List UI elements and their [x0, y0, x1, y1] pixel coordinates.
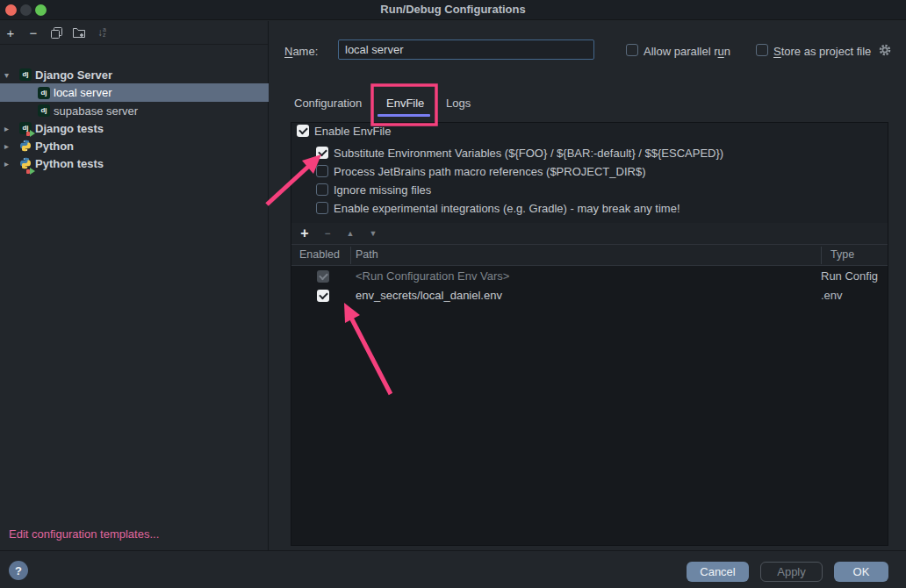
run-debug-configurations-dialog: Run/Debug Configurations + − ↓az ▾ dj Dj… — [0, 0, 906, 588]
django-tests-icon: dj — [19, 122, 32, 134]
tab-logs[interactable]: Logs — [446, 97, 471, 110]
remove-configuration-icon[interactable]: − — [25, 25, 41, 40]
edit-configuration-templates-link[interactable]: Edit configuration templates... — [9, 527, 159, 541]
active-tab-indicator — [378, 114, 430, 117]
row-enabled-checkbox[interactable] — [317, 290, 329, 302]
experimental-integrations-checkbox[interactable] — [316, 202, 328, 214]
move-up-icon[interactable]: ▲ — [342, 225, 359, 242]
add-env-file-icon[interactable]: + — [296, 225, 313, 242]
env-files-table-header: Enabled Path Type — [291, 245, 888, 266]
dialog-footer: ? Cancel Apply OK — [0, 550, 906, 588]
sidebar-toolbar: + − ↓az — [0, 21, 268, 45]
dialog-title: Run/Debug Configurations — [0, 3, 906, 16]
sort-configurations-icon[interactable]: ↓az — [94, 25, 110, 40]
python-tests-icon — [19, 157, 32, 172]
sidebar-item-python-tests[interactable]: ▸ Python tests — [0, 154, 269, 172]
name-input[interactable] — [338, 39, 594, 60]
enable-envfile-checkbox[interactable] — [297, 125, 309, 137]
sidebar-item-local-server[interactable]: dj local server — [0, 83, 269, 102]
tab-envfile[interactable]: EnvFile — [386, 97, 424, 110]
titlebar: Run/Debug Configurations — [0, 0, 906, 20]
process-path-macro-checkbox[interactable] — [316, 165, 328, 177]
ok-button[interactable]: OK — [834, 562, 888, 582]
chevron-right-icon[interactable]: ▸ — [4, 124, 15, 133]
sidebar-item-django-server[interactable]: ▾ dj Django Server — [0, 66, 269, 83]
gear-icon[interactable] — [878, 43, 892, 60]
env-files-toolbar: + − ▲ ▼ — [291, 223, 888, 245]
envfile-panel: Enable EnvFile Substitute Environment Va… — [291, 122, 888, 546]
table-row[interactable]: <Run Configuration Env Vars> Run Config — [291, 267, 888, 286]
substitute-env-vars-checkbox[interactable] — [316, 147, 328, 159]
configurations-sidebar: + − ↓az ▾ dj Django Server dj local serv… — [0, 21, 269, 550]
chevron-down-icon[interactable]: ▾ — [4, 70, 15, 80]
django-config-icon: dj — [38, 87, 50, 99]
column-header-enabled: Enabled — [299, 248, 340, 261]
sidebar-item-python[interactable]: ▸ Python — [0, 137, 269, 154]
tab-configuration[interactable]: Configuration — [294, 97, 362, 110]
allow-parallel-run-checkbox[interactable] — [626, 44, 638, 56]
django-config-icon: dj — [19, 68, 32, 81]
cancel-button[interactable]: Cancel — [687, 562, 749, 582]
sidebar-item-django-tests[interactable]: ▸ dj Django tests — [0, 119, 269, 137]
store-as-project-file-checkbox[interactable] — [756, 44, 768, 56]
sidebar-item-supabase-server[interactable]: dj supabase server — [0, 102, 269, 119]
table-row[interactable]: env_secrets/local_daniel.env .env — [291, 286, 888, 305]
column-divider[interactable] — [350, 247, 351, 264]
add-configuration-icon[interactable]: + — [3, 25, 18, 40]
column-header-path: Path — [356, 248, 378, 261]
chevron-right-icon[interactable]: ▸ — [4, 159, 15, 169]
ignore-missing-files-checkbox[interactable] — [316, 183, 328, 196]
row-enabled-checkbox — [317, 270, 329, 283]
column-divider[interactable] — [821, 247, 822, 264]
store-as-project-file-label: Store as project file — [773, 45, 871, 58]
help-button[interactable]: ? — [9, 561, 28, 580]
apply-button[interactable]: Apply — [760, 562, 823, 582]
name-label: Name: — [284, 45, 318, 58]
remove-env-file-icon[interactable]: − — [319, 225, 336, 242]
allow-parallel-run-label: Allow parallel run — [644, 45, 730, 58]
column-header-type: Type — [830, 248, 854, 261]
copy-configuration-icon[interactable] — [48, 25, 64, 40]
django-config-icon: dj — [38, 104, 50, 117]
move-down-icon[interactable]: ▼ — [364, 225, 382, 242]
python-icon — [19, 140, 32, 154]
chevron-right-icon[interactable]: ▸ — [4, 141, 15, 151]
new-folder-icon[interactable] — [71, 25, 87, 40]
env-files-table: <Run Configuration Env Vars> Run Config … — [291, 266, 888, 545]
